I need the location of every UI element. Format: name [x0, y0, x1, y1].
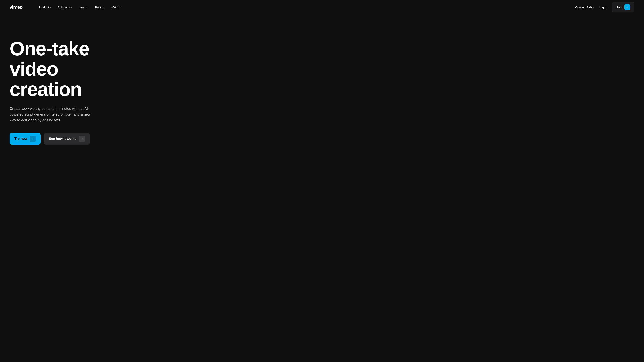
join-arrow-icon: → [624, 4, 630, 10]
logo[interactable]: vimeo [10, 4, 28, 10]
chevron-down-icon: ▾ [71, 6, 72, 8]
chevron-down-icon: ▾ [50, 6, 51, 8]
see-how-label: See how it works [49, 137, 76, 141]
login-button[interactable]: Log In [599, 6, 607, 9]
join-label: Join [616, 6, 622, 9]
hero-cta: Try now → See how it works → [10, 133, 131, 145]
try-now-label: Try now [14, 137, 27, 141]
hero-title-line2: video [10, 58, 58, 80]
nav-item-solutions[interactable]: Solutions ▾ [55, 4, 75, 11]
nav-item-product[interactable]: Product ▾ [36, 4, 54, 11]
nav-right: Contact Sales Log In Join → [575, 2, 634, 12]
chevron-down-icon: ▾ [120, 6, 121, 8]
chevron-down-icon: ▾ [88, 6, 88, 8]
join-button[interactable]: Join → [612, 2, 634, 12]
nav-left: vimeo Product ▾ Solutions ▾ Learn ▾ [10, 4, 124, 11]
nav-label-solutions: Solutions [58, 6, 70, 9]
nav-item-learn[interactable]: Learn ▾ [76, 4, 91, 11]
svg-text:vimeo: vimeo [10, 5, 22, 10]
nav-label-watch: Watch [111, 6, 119, 9]
nav-item-watch[interactable]: Watch ▾ [108, 4, 124, 11]
hero-title: One-take video creation [10, 39, 131, 99]
nav-item-pricing[interactable]: Pricing [92, 4, 107, 11]
hero-title-line1: One-take [10, 38, 89, 59]
nav-menu: Product ▾ Solutions ▾ Learn ▾ Pricing [36, 4, 124, 11]
hero-title-line3: creation [10, 78, 82, 100]
nav-label-product: Product [38, 6, 49, 9]
try-now-arrow-icon: → [30, 136, 36, 142]
see-how-arrow-icon: → [79, 136, 85, 142]
hero-section: One-take video creation Create wow-worth… [0, 14, 141, 161]
hero-subtitle: Create wow-worthy content in minutes wit… [10, 106, 96, 123]
contact-sales-link[interactable]: Contact Sales [575, 6, 594, 9]
see-how-button[interactable]: See how it works → [44, 133, 90, 145]
navbar: vimeo Product ▾ Solutions ▾ Learn ▾ [0, 0, 644, 14]
nav-label-pricing: Pricing [95, 6, 104, 9]
try-now-button[interactable]: Try now → [10, 133, 41, 145]
nav-label-learn: Learn [79, 6, 86, 9]
